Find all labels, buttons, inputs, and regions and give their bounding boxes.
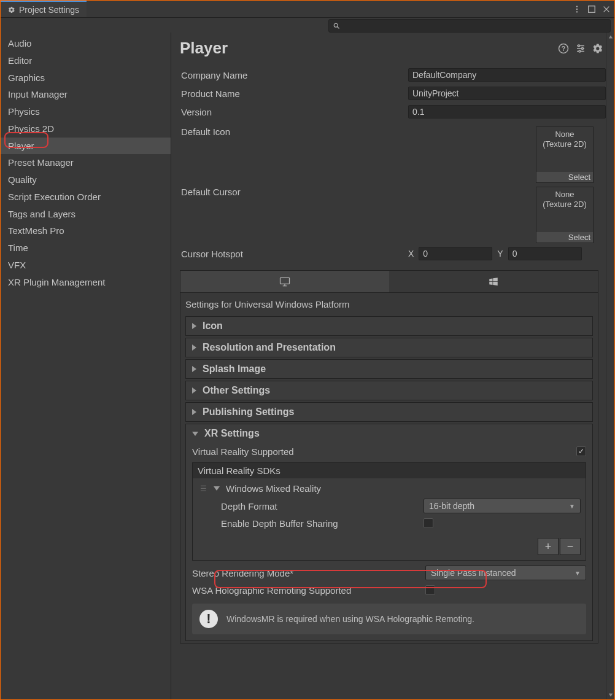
sidebar-item-editor[interactable]: Editor [1,52,171,69]
svg-text:?: ? [562,44,565,52]
settings-category-list: AudioEditorGraphicsInput ManagerPhysicsP… [1,33,171,699]
platform-tab-uwp[interactable] [389,271,598,293]
depth-sharing-checkbox[interactable] [424,518,433,528]
search-icon [333,22,340,29]
chevron-right-icon [192,323,196,329]
default-icon-placeholder-2: (Texture 2D) [543,139,587,149]
platform-settings-header: Settings for Universal Windows Platform [180,293,598,314]
stereo-mode-label: Stereo Rendering Mode* [192,568,425,578]
svg-point-15 [579,50,581,52]
hotspot-y-label: Y [497,249,503,259]
vr-sdks-box: Virtual Reality SDKs ☰ Windows Mixed Rea… [192,462,586,561]
default-icon-label: Default Icon [180,126,536,137]
default-icon-well[interactable]: None (Texture 2D) Select [536,126,594,183]
window-menu-icon[interactable] [573,5,581,14]
depth-format-dropdown[interactable]: 16-bit depth ▼ [424,499,581,513]
sidebar-item-audio[interactable]: Audio [1,35,171,52]
sidebar-item-textmesh-pro[interactable]: TextMesh Pro [1,222,171,239]
hotspot-x-input[interactable] [419,247,492,260]
sidebar-item-graphics[interactable]: Graphics [1,69,171,87]
depth-sharing-label: Enable Depth Buffer Sharing [221,518,424,529]
chevron-right-icon [192,366,196,372]
svg-marker-19 [608,36,612,39]
page-title: Player [180,39,228,58]
hotspot-y-input[interactable] [508,247,582,260]
foldout-icon[interactable]: Icon [186,317,592,335]
window-tab[interactable]: Project Settings [1,1,87,17]
chevron-right-icon [192,409,196,415]
foldout-xr[interactable]: XR Settings [186,424,592,443]
scroll-down-icon[interactable] [608,691,613,699]
presets-icon[interactable] [575,43,586,54]
search-box[interactable] [328,19,611,33]
svg-point-0 [576,6,578,7]
foldout-splash[interactable]: Splash Image [186,360,592,378]
close-icon[interactable] [602,5,611,14]
sidebar-item-script-execution-order[interactable]: Script Execution Order [1,189,171,206]
scroll-up-icon[interactable] [608,33,613,41]
chevron-down-icon: ▼ [574,570,581,577]
svg-marker-20 [608,694,612,697]
stereo-mode-dropdown[interactable]: Single Pass Instanced ▼ [425,566,586,580]
svg-point-14 [582,47,584,49]
gear-icon[interactable] [592,43,603,54]
version-label: Version [180,107,408,117]
default-cursor-well[interactable]: None (Texture 2D) Select [536,187,594,243]
sidebar-item-tags-and-layers[interactable]: Tags and Layers [1,206,171,223]
info-text: WindowsMR is required when using WSA Hol… [226,614,474,624]
default-cursor-label: Default Cursor [180,187,536,197]
sdk-remove-button[interactable]: − [560,538,581,555]
sidebar-item-input-manager[interactable]: Input Manager [1,86,171,103]
hotspot-x-label: X [408,249,414,259]
default-cursor-placeholder-1: None [555,190,574,199]
company-name-label: Company Name [180,70,408,80]
svg-point-1 [576,8,578,9]
sidebar-item-vfx[interactable]: VFX [1,257,171,274]
foldout-other[interactable]: Other Settings [186,381,592,400]
svg-point-13 [578,45,580,47]
wsa-remoting-label: WSA Holographic Remoting Supported [192,585,425,596]
help-icon[interactable]: ? [558,43,569,54]
sidebar-item-quality[interactable]: Quality [1,171,171,189]
info-message: ! WindowsMR is required when using WSA H… [192,604,586,634]
sidebar-item-time[interactable]: Time [1,239,171,257]
chevron-down-icon [214,486,220,491]
sidebar-item-physics-2d[interactable]: Physics 2D [1,120,171,138]
sidebar-item-xr-plugin-management[interactable]: XR Plugin Management [1,274,171,291]
maximize-icon[interactable] [587,5,596,14]
foldout-resolution[interactable]: Resolution and Presentation [186,338,592,357]
windows-icon [488,276,499,287]
depth-format-label: Depth Format [221,501,424,511]
sdk-add-button[interactable]: + [538,538,559,555]
info-icon: ! [199,610,218,628]
chevron-down-icon [192,432,198,436]
search-input[interactable] [344,21,606,31]
svg-point-6 [334,23,338,27]
drag-handle-icon[interactable]: ☰ [200,484,207,493]
product-name-input[interactable] [408,87,606,100]
sdk-item-name[interactable]: Windows Mixed Reality [226,483,321,494]
default-icon-select-button[interactable]: Select [536,172,593,182]
sidebar-item-preset-manager[interactable]: Preset Manager [1,154,171,171]
vr-supported-checkbox[interactable] [576,446,586,456]
cursor-hotspot-label: Cursor Hotspot [180,249,408,259]
platform-tab-standalone[interactable] [180,271,389,293]
foldout-publishing[interactable]: Publishing Settings [186,403,592,421]
default-cursor-placeholder-2: (Texture 2D) [543,200,587,209]
company-name-input[interactable] [408,68,606,82]
svg-point-2 [576,11,578,12]
monitor-icon [279,276,291,288]
gear-icon [8,6,15,14]
wsa-remoting-checkbox[interactable] [425,585,435,595]
default-cursor-select-button[interactable]: Select [536,232,593,243]
version-input[interactable] [408,105,606,119]
tab-title: Project Settings [19,5,79,15]
sidebar-item-player[interactable]: Player [1,138,171,155]
svg-rect-16 [280,278,290,284]
product-name-label: Product Name [180,88,408,99]
sidebar-item-physics[interactable]: Physics [1,103,171,120]
chevron-down-icon: ▼ [569,503,575,510]
vr-supported-label: Virtual Reality Supported [192,446,576,457]
chevron-right-icon [192,387,196,394]
vertical-scrollbar[interactable] [606,33,614,699]
